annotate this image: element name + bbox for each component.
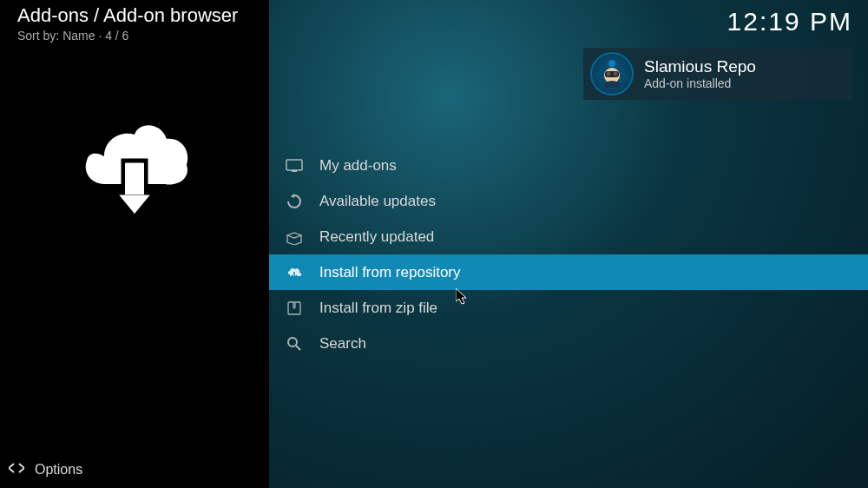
svg-point-10 — [607, 72, 611, 76]
menu-label: Install from zip file — [319, 300, 437, 317]
clock: 12:19 PM — [727, 7, 852, 36]
breadcrumb: Add-ons / Add-on browser — [17, 4, 238, 27]
menu-item-recently-updated[interactable]: Recently updated — [269, 219, 868, 254]
menu-label: Install from repository — [319, 264, 461, 281]
svg-rect-1 — [125, 163, 144, 195]
menu-label: Search — [319, 335, 366, 353]
sidebar-panel — [0, 0, 269, 488]
header: Add-ons / Add-on browser Sort by: Name ·… — [17, 4, 238, 43]
notification-subtitle: Add-on installed — [644, 76, 756, 90]
svg-point-11 — [614, 72, 618, 76]
zip-icon — [285, 299, 304, 318]
sort-info: Sort by: Name · 4 / 6 — [17, 29, 238, 43]
svg-point-7 — [608, 60, 615, 67]
menu-item-available-updates[interactable]: Available updates — [269, 183, 868, 219]
svg-point-5 — [288, 338, 297, 346]
svg-rect-2 — [286, 160, 302, 170]
notification-avatar — [590, 52, 634, 96]
box-open-icon — [285, 228, 304, 247]
screen-icon — [285, 156, 304, 175]
svg-rect-3 — [292, 170, 297, 172]
menu-list: My add-ons Available updates Recently up… — [269, 148, 868, 361]
menu-item-search[interactable]: Search — [269, 326, 868, 361]
menu-label: Available updates — [319, 193, 436, 210]
menu-item-install-repository[interactable]: Install from repository — [269, 254, 868, 290]
notification-title: Slamious Repo — [644, 57, 756, 76]
footer-options[interactable]: Options — [9, 462, 82, 478]
footer-label: Options — [35, 462, 82, 478]
menu-item-install-zip[interactable]: Install from zip file — [269, 290, 868, 326]
menu-item-my-addons[interactable]: My add-ons — [269, 148, 868, 183]
download-cloud-icon — [69, 113, 200, 229]
svg-line-6 — [296, 346, 300, 350]
refresh-icon — [285, 192, 304, 211]
search-icon — [285, 334, 304, 353]
cloud-download-icon — [285, 263, 304, 282]
options-icon — [9, 462, 24, 478]
position-indicator: 4 / 6 — [105, 29, 128, 43]
sort-label: Sort by: Name — [17, 29, 95, 43]
notification-text: Slamious Repo Add-on installed — [644, 57, 756, 90]
notification-toast: Slamious Repo Add-on installed — [583, 48, 852, 100]
menu-label: My add-ons — [319, 157, 397, 175]
menu-label: Recently updated — [319, 228, 434, 246]
